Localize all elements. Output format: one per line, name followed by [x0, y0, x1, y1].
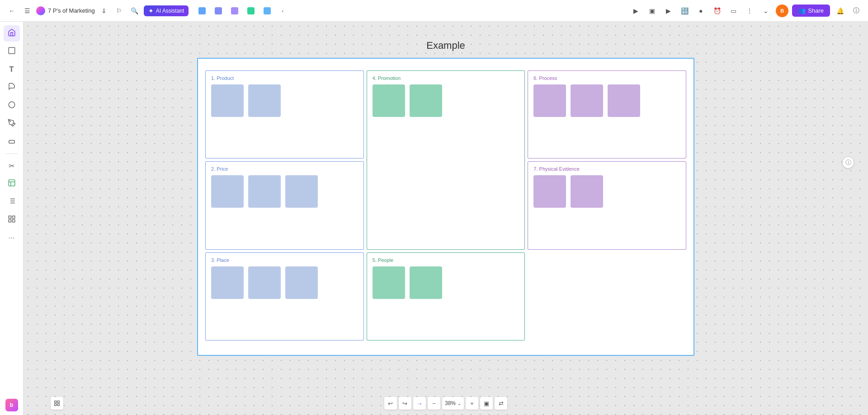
expand-button[interactable]: ▶ [629, 5, 642, 17]
comment-button[interactable]: ● [694, 5, 707, 17]
sidebar-list-button[interactable] [4, 194, 20, 210]
tag-button[interactable]: ⚐ [113, 5, 126, 17]
place-cards [211, 266, 358, 299]
svg-point-1 [9, 102, 15, 108]
menu-button[interactable]: ☰ [21, 5, 33, 17]
people-cards [373, 266, 519, 299]
notification-button[interactable]: 🔔 [834, 5, 846, 17]
product-cards [211, 84, 358, 117]
place-card-2 [248, 266, 281, 299]
place-card-3 [285, 266, 318, 299]
price-cards [211, 175, 358, 208]
section-process: 6. Process [528, 70, 686, 159]
section-product-label: 1. Product [211, 75, 358, 81]
collapse-tabs-button[interactable]: ‹ [276, 5, 289, 17]
ai-assistant-button[interactable]: ✦ AI Assistant [144, 5, 189, 16]
sidebar-sticky-button[interactable] [4, 79, 20, 96]
timer-button[interactable]: ⏰ [711, 5, 723, 17]
product-card-1 [211, 84, 244, 117]
sidebar-pen-button[interactable] [4, 116, 20, 132]
tab-indigo[interactable] [211, 6, 226, 16]
sidebar-table-button[interactable] [4, 176, 20, 192]
more-icon: ··· [9, 234, 14, 242]
tab-cyan[interactable] [260, 6, 274, 16]
app-title-area: 7 P's of Marketing [36, 6, 95, 15]
section-people-label: 5. People [373, 257, 519, 263]
frames-panel-button[interactable] [51, 397, 63, 410]
zoom-controls: ↩ ↪ → − 38% ⌄ + ▣ ⇄ [384, 397, 507, 410]
main-area: T [0, 22, 868, 415]
sidebar-frame-button[interactable] [4, 43, 20, 60]
info-button[interactable]: ⓘ [850, 5, 863, 17]
section-people: 5. People [367, 252, 525, 340]
brand-icon: b [5, 399, 18, 411]
sidebar-divider-1 [5, 154, 18, 154]
highlighter-icon [8, 137, 16, 147]
back-button[interactable]: ← [5, 5, 18, 17]
template-button[interactable]: ▣ [646, 5, 658, 17]
physical-evidence-card-1 [533, 175, 566, 208]
place-card-1 [211, 266, 244, 299]
people-card-2 [410, 266, 442, 299]
tab-green[interactable] [244, 6, 258, 16]
frame-icon [8, 47, 16, 56]
undo-button[interactable]: ↩ [384, 397, 397, 410]
chevron-down-button[interactable]: ⌄ [760, 5, 772, 17]
canvas-area[interactable]: Example 1. Product 4. Promotion [24, 22, 868, 415]
zoom-in-button[interactable]: + [466, 397, 478, 410]
fullscreen-button[interactable]: ⇄ [495, 397, 507, 410]
physical-evidence-card-2 [571, 175, 603, 208]
voting-button[interactable]: 🔣 [678, 5, 691, 17]
sidebar-shapes-button[interactable] [4, 98, 20, 114]
section-physical-evidence-label: 7. Physical Evidence [533, 166, 680, 172]
tab-blue[interactable] [195, 6, 209, 16]
sidebar-more-button[interactable]: ··· [4, 230, 20, 246]
sidebar-highlighter-button[interactable] [4, 134, 20, 150]
tab-group: ‹ [195, 5, 289, 17]
pen-icon [8, 119, 16, 129]
price-card-2 [248, 175, 281, 208]
zoom-dropdown-icon: ⌄ [458, 401, 461, 406]
grid-icon [8, 215, 16, 225]
list-icon [8, 197, 16, 207]
side-info-button[interactable]: ⓘ [843, 157, 854, 168]
redo-button[interactable]: ↪ [399, 397, 411, 410]
tab-green-icon [247, 7, 255, 14]
svg-rect-14 [12, 220, 14, 222]
sidebar-grid-button[interactable] [4, 212, 20, 228]
text-icon: T [9, 65, 14, 74]
left-sidebar: T [0, 22, 24, 415]
section-process-label: 6. Process [533, 75, 680, 81]
svg-rect-2 [9, 180, 15, 186]
sidebar-text-button[interactable]: T [4, 61, 20, 78]
tab-blue-icon [198, 7, 206, 14]
toolbar-right: ▶ ▣ ▶ 🔣 ● ⏰ ▭ ⋮ ⌄ B 👥 Share 🔔 ⓘ [629, 5, 863, 17]
export-button[interactable]: ⋮ [743, 5, 756, 17]
frames-button[interactable]: ▭ [727, 5, 740, 17]
svg-rect-18 [57, 404, 59, 406]
frames-list-button[interactable] [51, 397, 63, 410]
table-icon [8, 179, 16, 189]
section-product: 1. Product [205, 70, 364, 159]
svg-rect-15 [55, 401, 57, 403]
physical-evidence-cards [533, 175, 680, 208]
fit-button[interactable]: ▣ [480, 397, 493, 410]
sidebar-scissors-button[interactable]: ✂ [4, 158, 20, 174]
section-place: 3. Place [205, 252, 364, 340]
tab-purple-icon [231, 7, 238, 14]
avatar: B [776, 5, 788, 17]
download-button[interactable]: ⇓ [98, 5, 110, 17]
cursor-button[interactable]: → [413, 397, 426, 410]
price-card-3 [285, 175, 318, 208]
svg-rect-0 [9, 47, 15, 54]
sticky-note-icon [8, 83, 16, 93]
sidebar-home-button[interactable] [4, 25, 20, 42]
tab-purple[interactable] [227, 6, 242, 16]
svg-rect-11 [9, 216, 11, 218]
zoom-out-button[interactable]: − [428, 397, 440, 410]
svg-rect-12 [12, 216, 14, 218]
share-button[interactable]: 👥 Share [792, 5, 830, 17]
section-price-label: 2. Price [211, 166, 358, 172]
play-button[interactable]: ▶ [662, 5, 675, 17]
search-button[interactable]: 🔍 [128, 5, 141, 17]
